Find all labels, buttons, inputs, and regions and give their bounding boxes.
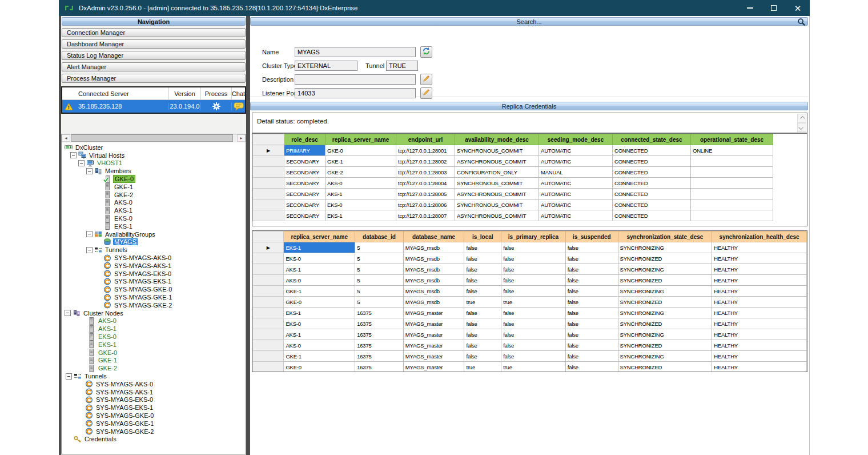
row-header[interactable] [253,178,284,189]
cell-endpoint-url[interactable]: tcp://127.0.0.1:28005 [396,189,455,199]
cell-endpoint-url[interactable]: tcp://127.0.0.1:28006 [396,199,455,210]
tree-item-sys-myags-eks-1[interactable]: SYS-MYAGS-EKS-1 [62,404,246,412]
cell-replica-server-name[interactable]: GKE-0 [326,145,396,156]
row-header[interactable] [253,167,284,178]
cell-operational-state-desc[interactable] [691,189,773,199]
cell-database-name[interactable]: MYAGS_msdb [403,264,464,275]
cell-replica-server-name[interactable]: EKS-1 [284,242,355,253]
row-header[interactable] [253,253,284,264]
cell-role-desc[interactable]: PRIMARY [284,145,326,156]
cell-replica-server-name[interactable]: GKE-0 [284,362,355,373]
cell-database-name[interactable]: MYAGS_msdb [403,286,464,297]
cell-role-desc[interactable]: SECONDARY [284,210,326,221]
cell-database-id[interactable]: 5 [355,253,404,264]
column-process[interactable]: Process [200,87,231,99]
column-chat[interactable]: Chat [231,87,245,99]
row-header[interactable] [253,318,284,329]
cell-database-id[interactable]: 5 [355,275,404,286]
tree-item-gke-0[interactable]: GKE-0 [62,349,246,357]
cell-synchronization-state-desc[interactable]: SYNCHRONIZING [618,264,712,275]
scroll-left-arrow-icon[interactable]: ◄ [62,134,70,142]
cell-is-primary-replica[interactable]: true [501,362,566,373]
cell-seeding-mode-desc[interactable]: MANUAL [539,167,613,178]
tree-item-sys-myags-aks-1[interactable]: SYS-MYAGS-AKS-1 [62,388,246,396]
column-header-operational-state-desc[interactable]: operational_state_desc [691,134,773,145]
tree-item-sys-myags-eks-0[interactable]: SYS-MYAGS-EKS-0 [62,270,246,278]
column-header-is-local[interactable]: is_local [464,232,501,242]
cell-availability-mode-desc[interactable]: SYNCHRONOUS_COMMIT [455,145,539,156]
row-header[interactable] [253,308,284,318]
column-header-database-id[interactable]: database_id [355,232,404,242]
current-row-marker-icon[interactable]: ▶ [253,242,284,253]
cell-synchronization-health-desc[interactable]: HEALTHY [712,362,807,373]
tree-item-sys-myags-eks-0[interactable]: SYS-MYAGS-EKS-0 [62,396,246,404]
tree-item-tunnels[interactable]: Tunnels [62,372,246,380]
cell-is-local[interactable]: false [464,329,501,340]
tree-item-cluster-nodes[interactable]: Cluster Nodes [62,309,246,317]
cell-database-name[interactable]: MYAGS_master [403,329,464,340]
edit-listener-port-button[interactable] [420,87,432,99]
cell-connected-state-desc[interactable]: CONNECTED [613,210,691,221]
cell-replica-server-name[interactable]: AKS-0 [326,178,396,189]
panel-splitter[interactable] [246,16,250,455]
nav-button-dashboard-manager[interactable]: Dashboard Manager [62,39,246,49]
cell-is-local[interactable]: false [464,308,501,318]
cell-replica-server-name[interactable]: GKE-2 [326,167,396,178]
column-header-replica-server-name[interactable]: replica_server_name [326,134,396,145]
tree-item-sys-myags-gke-2[interactable]: SYS-MYAGS-GKE-2 [62,428,246,436]
cell-is-suspended[interactable]: false [565,253,618,264]
cell-synchronization-state-desc[interactable]: SYNCHRONIZING [618,308,712,318]
cell-is-primary-replica[interactable]: false [501,275,566,286]
column-header-availability-mode-desc[interactable]: availability_mode_desc [455,134,539,145]
tree-item-credentials[interactable]: Credentials [62,435,246,443]
column-header-database-name[interactable]: database_name [403,232,464,242]
tree-item-aks-1[interactable]: AKS-1 [62,206,246,214]
close-button[interactable]: ✕ [786,0,810,16]
cell-is-primary-replica[interactable]: false [501,329,566,340]
nav-button-connection-manager[interactable]: Connection Manager [62,28,246,37]
collapse-toggle-icon[interactable] [86,231,93,237]
cell-synchronization-state-desc[interactable]: SYNCHRONIZED [618,340,712,351]
column-connected-server[interactable]: Connected Server [75,87,168,99]
cell-is-suspended[interactable]: false [565,329,618,340]
cell-connected-state-desc[interactable]: CONNECTED [613,199,691,210]
tree-item-eks-0[interactable]: EKS-0 [62,333,246,341]
process-gear-icon[interactable] [200,102,231,110]
cell-synchronization-health-desc[interactable]: HEALTHY [712,253,807,264]
cell-availability-mode-desc[interactable]: CONFIGURATION_ONLY [455,167,539,178]
cell-seeding-mode-desc[interactable]: AUTOMATIC [539,178,613,189]
row-header[interactable] [253,286,284,297]
cell-synchronization-health-desc[interactable]: HEALTHY [712,286,807,297]
cell-replica-server-name[interactable]: EKS-0 [326,199,396,210]
cell-is-suspended[interactable]: false [565,286,618,297]
cell-synchronization-state-desc[interactable]: SYNCHRONIZING [618,286,712,297]
search-bar[interactable]: Search... [250,17,808,26]
cell-endpoint-url[interactable]: tcp://127.0.0.1:28001 [396,145,455,156]
cell-replica-server-name[interactable]: GKE-1 [284,286,355,297]
cell-database-name[interactable]: MYAGS_msdb [403,242,464,253]
tree-item-gke-2[interactable]: GKE-2 [62,364,246,372]
cell-endpoint-url[interactable]: tcp://127.0.0.1:28003 [396,167,455,178]
tree-item-members[interactable]: Members [62,167,246,175]
search-icon[interactable] [797,18,806,26]
tree-item-myags[interactable]: MYAGS [62,238,246,246]
cell-synchronization-health-desc[interactable]: HEALTHY [712,242,807,253]
cell-synchronization-health-desc[interactable]: HEALTHY [712,275,807,286]
row-header[interactable] [253,189,284,199]
cell-role-desc[interactable]: SECONDARY [284,189,326,199]
tree-item-sys-myags-aks-0[interactable]: SYS-MYAGS-AKS-0 [62,254,246,262]
tree-item-aks-1[interactable]: AKS-1 [62,325,246,333]
cell-replica-server-name[interactable]: EKS-1 [326,210,396,221]
cell-is-primary-replica[interactable]: false [501,264,566,275]
cell-database-name[interactable]: MYAGS_msdb [403,275,464,286]
cell-database-id[interactable]: 16375 [355,351,404,362]
title-bar[interactable]: DxAdmin v23.0.256.0 - [admin] connected … [59,0,810,16]
cell-connected-state-desc[interactable]: CONNECTED [613,145,691,156]
tree-item-sys-myags-gke-0[interactable]: SYS-MYAGS-GKE-0 [62,285,246,293]
cell-connected-state-desc[interactable]: CONNECTED [613,156,691,167]
tree-item-sys-myags-gke-0[interactable]: SYS-MYAGS-GKE-0 [62,412,246,420]
scrollbar-thumb[interactable] [71,134,233,142]
cell-endpoint-url[interactable]: tcp://127.0.0.1:28007 [396,210,455,221]
cell-is-local[interactable]: false [464,264,501,275]
cell-is-suspended[interactable]: false [565,297,618,308]
